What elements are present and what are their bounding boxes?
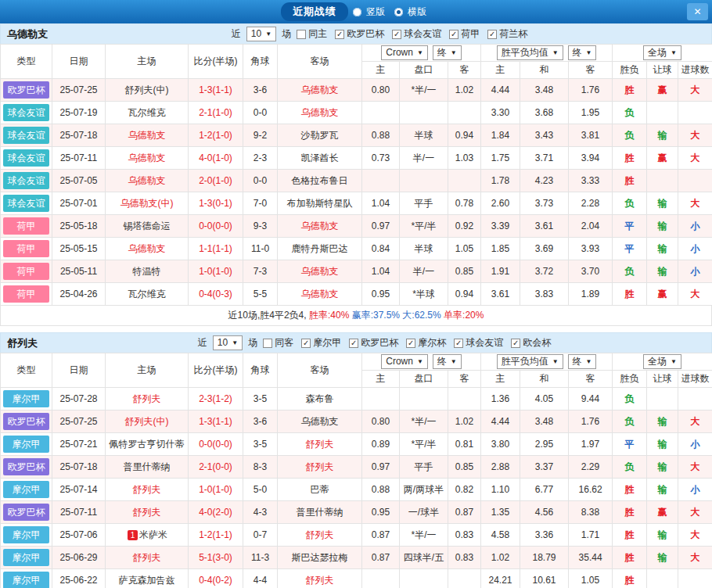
result-goals <box>678 170 712 192</box>
result-goals: 大 <box>678 147 712 170</box>
corner-score: 7-0 <box>243 192 278 215</box>
match-date: 25-07-28 <box>52 388 106 411</box>
match-date: 25-07-11 <box>52 501 106 524</box>
filter-checkbox[interactable]: 同客 <box>263 336 293 350</box>
league-cell: 摩尔甲 <box>1 433 52 456</box>
matches-body: 欧罗巴杯25-07-25舒列夫(中)1-3(1-1)3-6乌德勒支0.80*半/… <box>1 79 712 306</box>
filter-checkbox[interactable]: 同主 <box>297 27 327 41</box>
corner-score: 7-3 <box>243 260 278 283</box>
match-row: 荷甲25-05-15乌德勒支1-1(1-1)11-0鹿特丹斯巴达0.84半球1.… <box>1 238 712 260</box>
close-button[interactable]: ✕ <box>687 3 708 20</box>
odds-handicap: *半/一 <box>400 79 448 102</box>
col-handicap-result: 让球 <box>647 371 678 388</box>
odds-stage-select[interactable]: 终▼ <box>433 45 462 60</box>
checkbox-icon[interactable]: ✓ <box>335 30 344 39</box>
checkbox-icon[interactable]: ✓ <box>301 339 311 348</box>
chevron-down-icon: ▼ <box>417 48 423 58</box>
team-cell: 色格拉布鲁日 <box>278 170 362 192</box>
checkbox-label: 欧罗巴杯 <box>361 336 398 350</box>
avg-odds-select[interactable]: 胜平负均值▼ <box>497 354 563 369</box>
avg-group-header: 胜平负均值▼ 终▼ <box>481 45 613 62</box>
result-goals: 大 <box>678 547 712 569</box>
team-name-text: 舒列夫 <box>133 507 161 518</box>
checkbox-label: 欧会杯 <box>523 336 551 350</box>
result-outcome: 胜 <box>613 283 647 306</box>
checkbox-icon[interactable] <box>297 30 306 39</box>
match-date: 25-07-14 <box>52 479 106 501</box>
chevron-down-icon: ▼ <box>451 357 457 367</box>
match-date: 25-07-06 <box>52 524 106 547</box>
match-date: 25-06-22 <box>52 569 106 588</box>
team-name-text: 乌德勒支 <box>301 289 339 299</box>
result-handicap: 输 <box>647 215 678 238</box>
checkbox-icon[interactable]: ✓ <box>449 30 458 39</box>
avg-away: 9.44 <box>569 388 613 411</box>
match-score: 1-1(1-1) <box>189 238 243 260</box>
checkbox-icon[interactable]: ✓ <box>349 339 358 348</box>
league-cell: 球会友谊 <box>1 147 52 170</box>
checkbox-icon[interactable] <box>263 339 272 348</box>
checkbox-icon[interactable]: ✓ <box>487 30 497 39</box>
team-cell: 斯巴达瑟拉梅 <box>278 547 362 569</box>
odds-home: 0.87 <box>362 524 400 547</box>
avg-draw: 3.36 <box>520 524 569 547</box>
odds-stage-select[interactable]: 终▼ <box>433 354 462 369</box>
filter-checkbox[interactable]: ✓欧会杯 <box>511 336 551 350</box>
avg-stage-select[interactable]: 终▼ <box>568 354 597 369</box>
filter-checkbox[interactable]: ✓摩尔甲 <box>301 336 341 350</box>
avg-draw: 4.05 <box>520 388 569 411</box>
rank-badge: 1 <box>128 530 138 540</box>
filter-checkbox[interactable]: ✓球会友谊 <box>454 336 503 350</box>
team-cell: 乌德勒支 <box>106 147 189 170</box>
team-name-text: 森布鲁 <box>306 393 334 404</box>
result-goals: 小 <box>678 479 712 501</box>
odds-home <box>362 170 400 192</box>
checkbox-label: 球会友谊 <box>404 27 441 41</box>
checkbox-icon[interactable]: ✓ <box>406 339 415 348</box>
match-date: 25-05-18 <box>52 215 106 238</box>
avg-home: 4.44 <box>481 79 520 102</box>
avg-stage-select[interactable]: 终▼ <box>568 45 597 60</box>
col-date: 日期 <box>52 45 106 79</box>
match-count-select[interactable]: 10 ▼ <box>246 27 276 41</box>
team-cell: 舒列夫(中) <box>106 79 189 102</box>
filter-checkbox[interactable]: ✓欧罗巴杯 <box>335 27 384 41</box>
team-name-text: 锡塔德命运 <box>124 220 171 231</box>
team-cell: 鹿特丹斯巴达 <box>278 238 362 260</box>
filter-checkbox[interactable]: ✓荷兰杯 <box>487 27 527 41</box>
horizontal-layout-radio[interactable] <box>394 8 403 16</box>
checkbox-icon[interactable]: ✓ <box>454 339 463 348</box>
bookmaker-select[interactable]: Crown▼ <box>381 45 428 60</box>
odds-home <box>362 102 400 124</box>
league-cell: 荷甲 <box>1 283 52 306</box>
result-handicap <box>647 569 678 588</box>
league-cell: 欧罗巴杯 <box>1 501 52 524</box>
filter-checkbox[interactable]: ✓欧罗巴杯 <box>349 336 398 350</box>
recent-results-window: 近期战绩 竖版 横版 ✕ 乌德勒支 近 10 ▼ 场 同主✓欧罗巴杯✓球会友谊✓… <box>0 0 712 588</box>
filter-checkbox[interactable]: ✓荷甲 <box>449 27 480 41</box>
col-avg-away: 客 <box>569 371 613 388</box>
avg-odds-select[interactable]: 胜平负均值▼ <box>497 45 563 60</box>
checkbox-icon[interactable]: ✓ <box>392 30 401 39</box>
result-outcome: 负 <box>613 102 647 124</box>
scope-select[interactable]: 全场▼ <box>643 354 681 369</box>
horizontal-layout-label[interactable]: 横版 <box>408 5 426 19</box>
vertical-layout-label[interactable]: 竖版 <box>366 5 385 19</box>
avg-away: 2.28 <box>569 192 613 215</box>
match-row: 摩尔甲25-06-22萨克森加告兹0-4(0-2)4-4舒列夫24.2110.6… <box>1 569 712 588</box>
league-badge: 欧罗巴杯 <box>3 81 49 99</box>
league-badge: 欧罗巴杯 <box>3 458 49 475</box>
filter-checkbox[interactable]: ✓球会友谊 <box>392 27 441 41</box>
vertical-layout-radio[interactable] <box>353 8 361 16</box>
bookmaker-select[interactable]: Crown▼ <box>381 354 428 369</box>
scope-select[interactable]: 全场▼ <box>643 45 681 60</box>
team-name-text: 普里什蒂纳 <box>124 461 171 472</box>
match-score: 1-2(1-1) <box>189 524 243 547</box>
checkbox-icon[interactable]: ✓ <box>511 339 520 348</box>
match-count-select[interactable]: 10 ▼ <box>213 335 243 350</box>
result-handicap: 输 <box>647 260 678 283</box>
team-cell: 巴蒂 <box>278 479 362 501</box>
team-name-text: 乌德勒支 <box>128 243 166 254</box>
odds-home: 1.04 <box>362 260 400 283</box>
filter-checkbox[interactable]: ✓摩尔杯 <box>406 336 446 350</box>
